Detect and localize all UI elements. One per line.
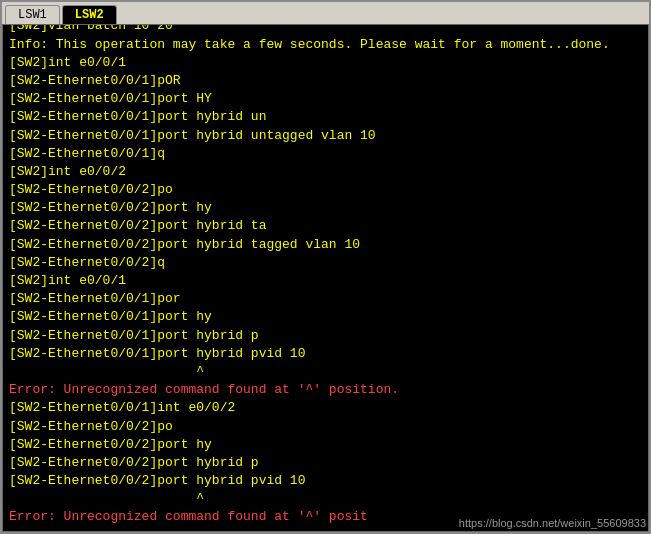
terminal-line: [SW2-Ethernet0/0/1]q — [9, 145, 642, 163]
tab-lsw1[interactable]: LSW1 — [5, 5, 60, 24]
terminal-container: [Huawei]sys SW2[SW2]vlan b[SW2]vlan batc… — [2, 24, 649, 532]
terminal-line: [SW2-Ethernet0/0/2]po — [9, 418, 642, 436]
terminal-line: [SW2-Ethernet0/0/1]port hy — [9, 308, 642, 326]
terminal-line: [SW2]int e0/0/1 — [9, 272, 642, 290]
terminal-line: ^ — [9, 490, 642, 508]
terminal-line: [SW2-Ethernet0/0/2]port hybrid pvid 10 — [9, 472, 642, 490]
terminal-line: [SW2-Ethernet0/0/2]po — [9, 181, 642, 199]
terminal-line: [SW2-Ethernet0/0/2]port hybrid p — [9, 454, 642, 472]
terminal-line: ^ — [9, 363, 642, 381]
terminal-line: [SW2]int e0/0/1 — [9, 54, 642, 72]
tab-lsw2[interactable]: LSW2 — [62, 5, 117, 24]
terminal-line: [SW2-Ethernet0/0/1]port hybrid p — [9, 327, 642, 345]
terminal-line: [SW2-Ethernet0/0/1]port hybrid pvid 10 — [9, 345, 642, 363]
terminal-line: Error: Unrecognized command found at '^'… — [9, 508, 642, 526]
terminal-line: [SW2-Ethernet0/0/2]q — [9, 254, 642, 272]
terminal-line: Info: This operation may take a few seco… — [9, 36, 642, 54]
terminal-line: [SW2-Ethernet0/0/1]port hybrid un — [9, 108, 642, 126]
tab-bar: LSW1 LSW2 — [2, 2, 649, 24]
terminal-line: [SW2-Ethernet0/0/1]int e0/0/2 — [9, 399, 642, 417]
terminal-line: [SW2]vlan batch 10 20 — [9, 25, 642, 36]
terminal-line: [SW2-Ethernet0/0/2]port hy — [9, 199, 642, 217]
terminal-line: [SW2-Ethernet0/0/2]port hy — [9, 436, 642, 454]
terminal-line: [SW2-Ethernet0/0/2]port hybrid ta — [9, 217, 642, 235]
terminal-line: [SW2-Ethernet0/0/1]port hybrid untagged … — [9, 127, 642, 145]
terminal-line: [SW2-Ethernet0/0/1]port HY — [9, 90, 642, 108]
terminal-line: Error: Unrecognized command found at '^'… — [9, 381, 642, 399]
terminal-line: [SW2-Ethernet0/0/1]pOR — [9, 72, 642, 90]
terminal-line: [SW2-Ethernet0/0/2]port hybrid tagged vl… — [9, 236, 642, 254]
terminal-line: [SW2-Ethernet0/0/1]por — [9, 290, 642, 308]
main-window: LSW1 LSW2 [Huawei]sys SW2[SW2]vlan b[SW2… — [0, 0, 651, 534]
terminal-output[interactable]: [Huawei]sys SW2[SW2]vlan b[SW2]vlan batc… — [3, 25, 648, 531]
terminal-line: [SW2]int e0/0/2 — [9, 163, 642, 181]
